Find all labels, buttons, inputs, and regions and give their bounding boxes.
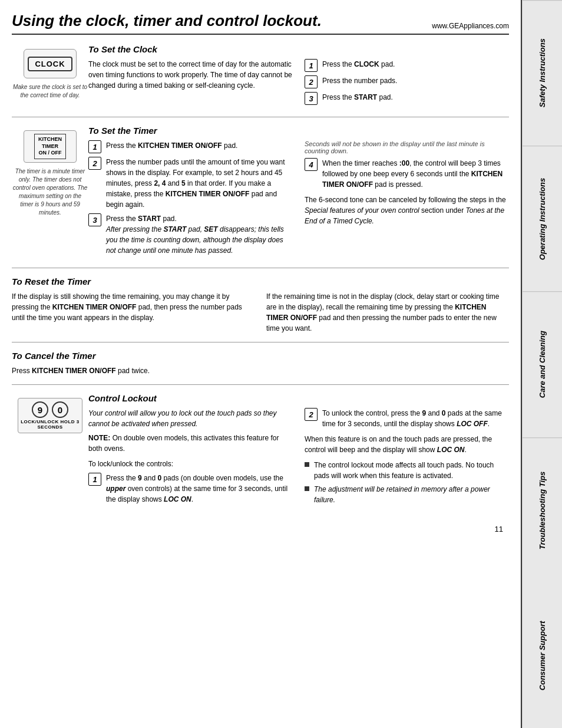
website-url: www.GEAppliances.com [432,22,509,30]
clock-section: CLOCK Make sure the clock is set to the … [12,44,509,117]
clock-step-text-3: Press the START pad. [322,92,509,103]
clock-step-num-2: 2 [305,75,318,88]
lockout-num-9: 9 [32,401,48,418]
clock-step-3: 3 Press the START pad. [305,92,509,105]
timer-section: KITCHEN TIMER ON / OFF The timer is a mi… [12,126,509,268]
cancel-section: To Cancel the Timer Press KITCHEN TIMER … [12,351,509,385]
lockout-bullet-text-1: The control lockout mode affects all tou… [314,460,509,481]
timer-icon-area: KITCHEN TIMER ON / OFF The timer is a mi… [12,126,88,259]
timer-step-4: 4 When the timer reaches :00, the contro… [305,158,509,190]
timer-step-num-3: 3 [88,213,101,226]
clock-icon-label: CLOCK [28,57,72,71]
timer-right-col: Seconds will not be shown in the display… [305,140,509,259]
reset-right-col: If the remaining time is not in the disp… [266,291,509,334]
cancel-title: To Cancel the Timer [12,351,509,361]
timer-title: To Set the Timer [88,126,509,136]
timer-step-text-2: Press the number pads until the amount o… [106,157,293,210]
clock-left-col: The clock must be set to the correct tim… [88,59,293,108]
lockout-when-on: When this feature is on and the touch pa… [305,434,509,455]
timer-right-note: Seconds will not be shown in the display… [305,140,509,154]
lockout-icon-caption: LOCK/UNLOCK HOLD 3 SECONDS [18,419,82,430]
title-bar: Using the clock, timer and control locko… [12,12,509,35]
cancel-text: Press KITCHEN TIMER ON/OFF pad twice. [12,365,509,376]
sidebar-item-care[interactable]: Care and Cleaning [523,291,562,437]
sidebar-item-operating[interactable]: Operating Instructions [523,146,562,291]
timer-left-col: 1 Press the KITCHEN TIMER ON/OFF pad. 2 … [88,140,293,259]
sidebar: Safety Instructions Operating Instructio… [522,0,562,728]
lockout-intro: Your control will allow you to lock out … [88,408,293,429]
lockout-step-1: 1 Press the 9 and 0 pads (on double oven… [88,473,293,505]
clock-caption: Make sure the clock is set to the correc… [12,83,88,100]
timer-step-text-4: When the timer reaches :00, the control … [322,158,509,190]
reset-right-text: If the remaining time is not in the disp… [266,291,509,334]
lockout-bullet-1: The control lockout mode affects all tou… [305,460,509,481]
lockout-icon-area: 9 0 LOCK/UNLOCK HOLD 3 SECONDS [12,393,88,508]
clock-right-col: 1 Press the CLOCK pad. 2 Press the numbe… [305,59,509,108]
clock-step-text-2: Press the number pads. [322,75,509,86]
sidebar-item-safety[interactable]: Safety Instructions [523,0,562,146]
timer-cancel-note: The 6-second tone can be canceled by fol… [305,195,509,226]
page-number: 11 [12,525,509,533]
lockout-bullet-2: The adjustment will be retained in memor… [305,484,509,505]
lockout-two-col: Your control will allow you to lock out … [88,408,509,508]
timer-step-1: 1 Press the KITCHEN TIMER ON/OFF pad. [88,140,293,153]
kitchen-timer-icon-label: KITCHEN TIMER ON / OFF [34,134,66,159]
reset-section: To Reset the Timer If the display is sti… [12,276,509,342]
lockout-step-2: 2 To unlock the control, press the 9 and… [305,408,509,429]
page-title: Using the clock, timer and control locko… [12,12,322,30]
reset-left-col: If the display is still showing the time… [12,291,254,334]
lockout-step-num-1: 1 [88,473,101,486]
lockout-left-col: Your control will allow you to lock out … [88,408,293,508]
sidebar-item-troubleshooting[interactable]: Troubleshooting Tips [523,437,562,583]
clock-step-2: 2 Press the number pads. [305,75,509,88]
lockout-intro2: To lock/unlock the controls: [88,459,293,469]
reset-two-col: If the display is still showing the time… [12,291,509,334]
clock-two-col: The clock must be set to the correct tim… [88,59,509,108]
lockout-step-text-2: To unlock the control, press the 9 and 0… [322,408,509,429]
timer-step-num-4: 4 [305,158,318,171]
clock-body: To Set the Clock The clock must be set t… [88,44,509,108]
lockout-numbers: 9 0 [32,401,68,418]
lockout-icon-box: 9 0 LOCK/UNLOCK HOLD 3 SECONDS [18,398,82,433]
lockout-step-num-2: 2 [305,408,318,421]
reset-body: To Reset the Timer If the display is sti… [12,276,509,334]
timer-step-2: 2 Press the number pads until the amount… [88,157,293,210]
clock-icon-box: CLOCK [24,49,77,78]
timer-step-text-3: Press the START pad. After pressing the … [106,213,293,256]
clock-step-num-3: 3 [305,92,318,105]
clock-title: To Set the Clock [88,44,509,54]
reset-left-text: If the display is still showing the time… [12,291,254,323]
clock-body-text: The clock must be set to the correct tim… [88,59,293,91]
clock-icon-area: CLOCK Make sure the clock is set to the … [12,44,88,108]
lockout-step-text-1: Press the 9 and 0 pads (on double oven m… [106,473,293,505]
lockout-body: Control Lockout Your control will allow … [88,393,509,508]
timer-body: To Set the Timer 1 Press the KITCHEN TIM… [88,126,509,259]
sidebar-item-consumer[interactable]: Consumer Support [523,583,562,728]
timer-caption: The timer is a minute timer only. The ti… [12,167,88,217]
clock-step-num-1: 1 [305,59,318,72]
bullet-square-icon-2 [305,486,309,491]
clock-step-text-1: Press the CLOCK pad. [322,59,509,70]
kitchen-timer-icon-box: KITCHEN TIMER ON / OFF [24,130,77,163]
timer-two-col: 1 Press the KITCHEN TIMER ON/OFF pad. 2 … [88,140,509,259]
timer-step-num-1: 1 [88,140,101,153]
timer-step-text-1: Press the KITCHEN TIMER ON/OFF pad. [106,140,293,151]
clock-step-1: 1 Press the CLOCK pad. [305,59,509,72]
reset-title: To Reset the Timer [12,276,509,286]
bullet-square-icon [305,462,309,467]
lockout-num-0: 0 [52,401,68,418]
lockout-section: 9 0 LOCK/UNLOCK HOLD 3 SECONDS Control L… [12,393,509,516]
lockout-title: Control Lockout [88,393,509,403]
lockout-note: NOTE: On double oven models, this activa… [88,433,293,454]
lockout-bullet-text-2: The adjustment will be retained in memor… [314,484,509,505]
timer-step-num-2: 2 [88,157,101,170]
timer-step-3: 3 Press the START pad. After pressing th… [88,213,293,256]
lockout-right-col: 2 To unlock the control, press the 9 and… [305,408,509,508]
